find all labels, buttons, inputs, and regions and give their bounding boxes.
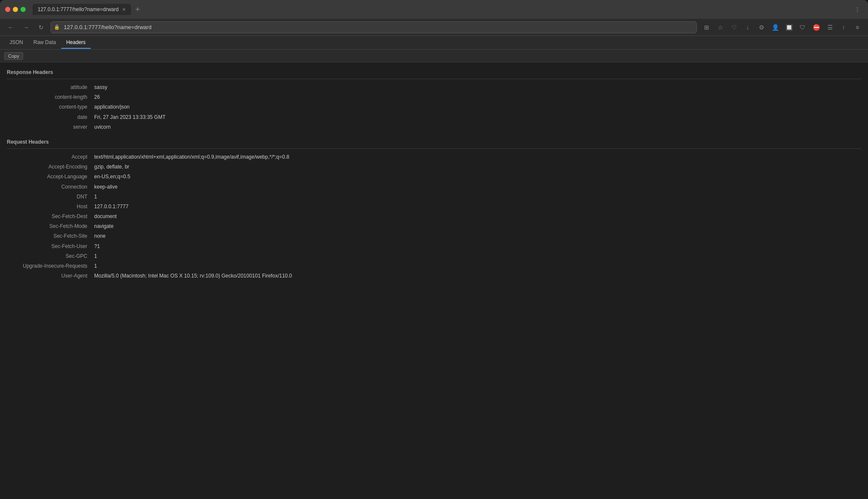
request-headers-title: Request Headers (7, 139, 861, 145)
divider-2 (7, 148, 861, 149)
header-name: Connection (7, 182, 92, 192)
table-row: Sec-Fetch-User?1 (7, 242, 861, 251)
response-headers-title: Response Headers (7, 69, 861, 75)
menu-button[interactable]: ≡ (852, 22, 863, 33)
url-bar-wrapper: 🔒 (51, 21, 697, 33)
header-name: DNT (7, 192, 92, 202)
tab-headers[interactable]: Headers (61, 37, 91, 49)
divider-1 (7, 79, 861, 79)
header-value: keep-alive (92, 182, 861, 192)
header-value: 26 (92, 92, 861, 102)
nav-right-icons: ⊞ ☆ ♡ ↓ ⚙ 👤 🔲 🛡 ⛔ ☰ ↑ ≡ (701, 22, 863, 33)
header-name: Sec-Fetch-User (7, 242, 92, 251)
response-headers-table: attitudesassycontent-length26content-typ… (7, 83, 861, 132)
back-button[interactable]: ← (5, 22, 16, 32)
share-button[interactable]: ↑ (838, 22, 849, 33)
header-value: application/json (92, 102, 861, 112)
table-row: Sec-Fetch-Sitenone (7, 231, 861, 241)
table-row: Connectionkeep-alive (7, 182, 861, 192)
response-headers-section: Response Headers attitudesassycontent-le… (7, 69, 861, 132)
header-value: uvicorn (92, 122, 861, 132)
header-name: Sec-GPC (7, 251, 92, 261)
container-button[interactable]: 🔲 (783, 22, 794, 33)
pocket-button[interactable]: ♡ (728, 22, 740, 33)
reader-view-button[interactable]: ☰ (824, 22, 835, 33)
minimize-button[interactable] (13, 7, 18, 12)
ublock-button[interactable]: ⛔ (811, 22, 822, 33)
table-row: User-AgentMozilla/5.0 (Macintosh; Intel … (7, 271, 861, 281)
forward-button[interactable]: → (21, 22, 32, 32)
tab-json[interactable]: JSON (4, 37, 28, 49)
header-value: sassy (92, 83, 861, 92)
active-tab[interactable]: 127.0.0.1:7777/hello?name=drward ✕ (33, 4, 131, 15)
firefox-account-button[interactable]: 👤 (770, 22, 781, 33)
header-value: navigate (92, 221, 861, 231)
table-row: dateFri, 27 Jan 2023 13:33:35 GMT (7, 112, 861, 122)
header-name: date (7, 112, 92, 122)
header-value: 127.0.0.1:7777 (92, 202, 861, 212)
header-name: content-length (7, 92, 92, 102)
reload-button[interactable]: ↻ (36, 22, 46, 32)
header-value: en-US,en;q=0.5 (92, 172, 861, 182)
tab-close-button[interactable]: ✕ (122, 7, 126, 12)
copy-button[interactable]: Copy (4, 52, 23, 60)
header-name: Sec-Fetch-Dest (7, 212, 92, 221)
grid-button[interactable]: ⊞ (701, 22, 712, 33)
table-row: content-length26 (7, 92, 861, 102)
tabs-menu-button[interactable]: ⋮ (852, 4, 863, 15)
toolbar: Copy (0, 50, 868, 62)
request-headers-section: Request Headers Accepttext/html,applicat… (7, 139, 861, 281)
header-name: Sec-Fetch-Site (7, 231, 92, 241)
header-name: Upgrade-Insecure-Requests (7, 261, 92, 271)
tab-title: 127.0.0.1:7777/hello?name=drward (38, 6, 119, 12)
shield-button[interactable]: 🛡 (797, 22, 808, 33)
title-bar: 127.0.0.1:7777/hello?name=drward ✕ + ⋮ (0, 0, 868, 19)
header-name: server (7, 122, 92, 132)
tab-controls: ⋮ (852, 4, 863, 15)
new-tab-button[interactable]: + (133, 5, 143, 14)
maximize-button[interactable] (21, 7, 26, 12)
header-name: Host (7, 202, 92, 212)
tab-raw-data[interactable]: Raw Data (28, 37, 61, 49)
table-row: Accept-Languageen-US,en;q=0.5 (7, 172, 861, 182)
header-value: Mozilla/5.0 (Macintosh; Intel Mac OS X 1… (92, 271, 861, 281)
header-name: Accept-Encoding (7, 162, 92, 172)
browser-window: 127.0.0.1:7777/hello?name=drward ✕ + ⋮ ←… (0, 0, 868, 499)
table-row: attitudesassy (7, 83, 861, 92)
header-value: Fri, 27 Jan 2023 13:33:35 GMT (92, 112, 861, 122)
header-value: 1 (92, 251, 861, 261)
close-button[interactable] (5, 7, 10, 12)
table-row: Sec-Fetch-Modenavigate (7, 221, 861, 231)
header-name: Accept-Language (7, 172, 92, 182)
table-row: Sec-Fetch-Destdocument (7, 212, 861, 221)
devtools-tabs: JSON Raw Data Headers (0, 36, 868, 50)
table-row: DNT1 (7, 192, 861, 202)
table-row: Host127.0.0.1:7777 (7, 202, 861, 212)
content-area: Response Headers attitudesassycontent-le… (0, 62, 868, 499)
header-name: content-type (7, 102, 92, 112)
lock-icon: 🔒 (54, 24, 60, 30)
table-row: Upgrade-Insecure-Requests1 (7, 261, 861, 271)
header-value: text/html,application/xhtml+xml,applicat… (92, 152, 861, 162)
table-row: Accepttext/html,application/xhtml+xml,ap… (7, 152, 861, 162)
header-value: gzip, deflate, br (92, 162, 861, 172)
bookmark-button[interactable]: ☆ (715, 22, 726, 33)
table-row: Sec-GPC1 (7, 251, 861, 261)
tools-button[interactable]: ⚙ (756, 22, 767, 33)
header-name: Sec-Fetch-Mode (7, 221, 92, 231)
header-value: document (92, 212, 861, 221)
traffic-lights (5, 7, 26, 12)
download-button[interactable]: ↓ (742, 22, 753, 33)
header-value: ?1 (92, 242, 861, 251)
request-headers-table: Accepttext/html,application/xhtml+xml,ap… (7, 152, 861, 281)
nav-bar: ← → ↻ 🔒 ⊞ ☆ ♡ ↓ ⚙ 👤 🔲 🛡 ⛔ ☰ ↑ ≡ (0, 19, 868, 36)
header-value: none (92, 231, 861, 241)
table-row: serveruvicorn (7, 122, 861, 132)
header-name: Accept (7, 152, 92, 162)
table-row: content-typeapplication/json (7, 102, 861, 112)
tab-bar: 127.0.0.1:7777/hello?name=drward ✕ + (33, 4, 848, 15)
header-name: attitude (7, 83, 92, 92)
url-input[interactable] (51, 21, 697, 33)
header-value: 1 (92, 261, 861, 271)
table-row: Accept-Encodinggzip, deflate, br (7, 162, 861, 172)
